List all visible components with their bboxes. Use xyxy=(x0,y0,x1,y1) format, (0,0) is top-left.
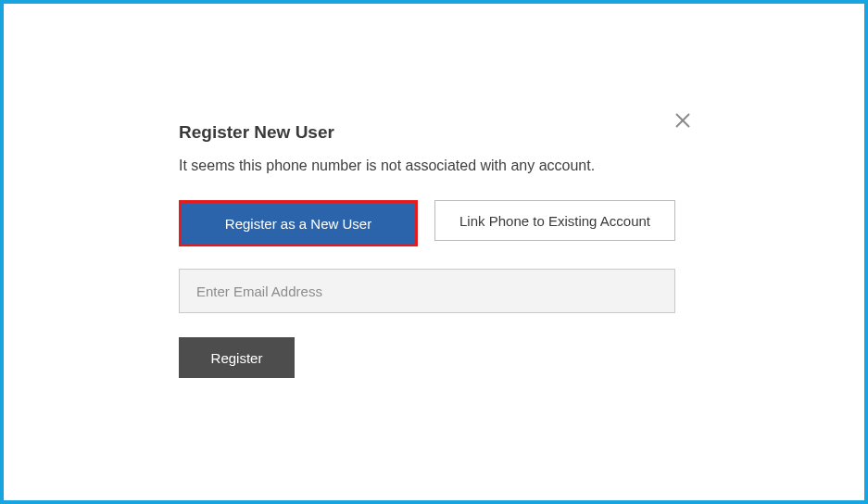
tab-highlight: Register as a New User xyxy=(179,200,418,246)
modal-title: Register New User xyxy=(179,122,675,143)
link-existing-account-tab[interactable]: Link Phone to Existing Account xyxy=(434,200,675,241)
close-icon xyxy=(674,112,691,129)
register-button[interactable]: Register xyxy=(179,337,295,378)
button-label: Register xyxy=(211,350,263,366)
register-modal: Register New User It seems this phone nu… xyxy=(179,122,675,378)
modal-subtitle: It seems this phone number is not associ… xyxy=(179,158,675,174)
register-new-user-tab[interactable]: Register as a New User xyxy=(182,203,415,244)
app-frame: Register New User It seems this phone nu… xyxy=(0,0,868,504)
tab-row: Register as a New User Link Phone to Exi… xyxy=(179,200,675,246)
close-button[interactable] xyxy=(672,109,694,132)
email-input[interactable] xyxy=(179,269,675,313)
tab-label: Link Phone to Existing Account xyxy=(459,213,650,229)
tab-label: Register as a New User xyxy=(225,216,371,232)
